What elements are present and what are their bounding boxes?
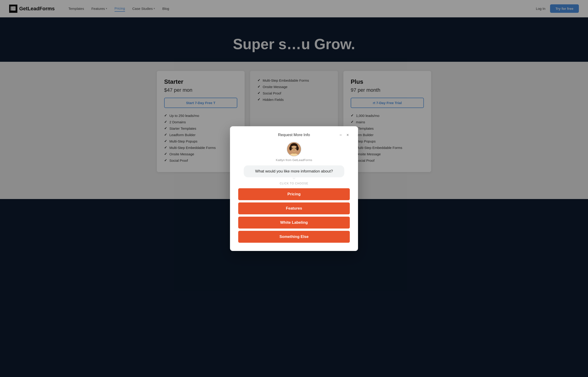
svg-point-9: [289, 146, 292, 150]
svg-point-8: [291, 146, 297, 152]
choice-something-else-button[interactable]: Something Else: [238, 231, 350, 243]
choice-features-button[interactable]: Features: [238, 202, 350, 214]
request-more-info-modal: Request More Info − ×: [230, 126, 358, 251]
svg-point-12: [295, 148, 296, 149]
avatar-name: Kaitlyn from GetLeadForms: [276, 158, 312, 162]
modal-header: Request More Info − ×: [238, 133, 350, 137]
speech-bubble: What would you like more information abo…: [244, 165, 344, 177]
avatar-svg: [287, 142, 301, 156]
svg-point-11: [292, 148, 293, 149]
click-to-choose-label: CLICK TO CHOOSE: [238, 182, 350, 185]
modal-controls: − ×: [339, 132, 350, 138]
svg-point-10: [296, 146, 299, 150]
avatar-image: [287, 142, 301, 156]
choice-pricing-button[interactable]: Pricing: [238, 188, 350, 200]
modal-title: Request More Info: [278, 133, 310, 137]
modal-avatar: Kaitlyn from GetLeadForms: [238, 142, 350, 162]
modal-overlay[interactable]: Request More Info − ×: [0, 0, 588, 377]
speech-text: What would you like more information abo…: [255, 169, 333, 173]
choice-white-labeling-button[interactable]: White Labeling: [238, 217, 350, 229]
close-button[interactable]: ×: [345, 132, 350, 138]
choice-buttons: Pricing Features White Labeling Somethin…: [238, 188, 350, 243]
minimize-button[interactable]: −: [339, 132, 343, 138]
